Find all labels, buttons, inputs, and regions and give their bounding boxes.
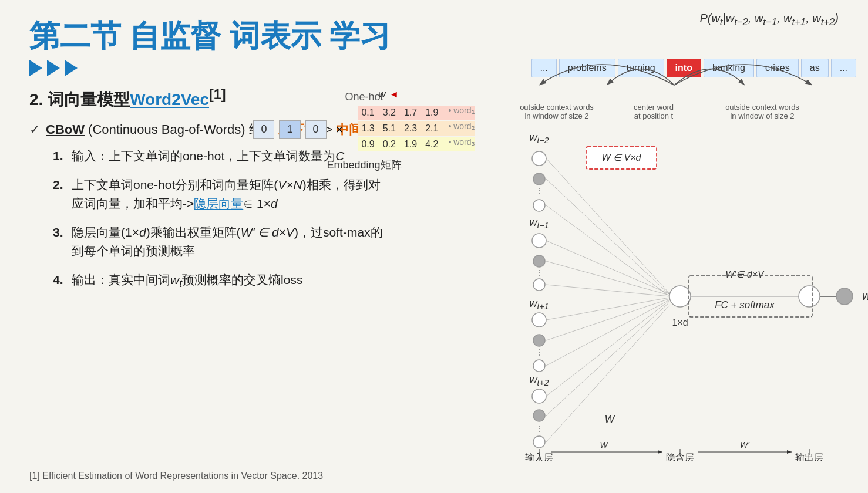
section2-text: 2. 词向量模型: [29, 91, 130, 109]
svg-point-1: [532, 151, 546, 166]
matrix-row-2: 1.3 5.1 2.3 2.1 • word₂: [358, 121, 475, 136]
matrix-row-3: 0.9 0.2 1.9 4.2 • word₃: [358, 137, 475, 151]
title-part1: 第二节 自监督: [29, 19, 221, 53]
list-text-4: 输出：真实中间词wt预测概率的交叉熵loss: [72, 271, 302, 291]
svg-point-22: [799, 286, 820, 307]
nn-diagram-svg: wt−2 ⋮ wt−1 ⋮ wt+1 ⋮ wt+2 ⋮ wt: [492, 126, 868, 461]
one-hot-row: 0 1 0 × w ◄ 0.1 3.2 1.7: [235, 106, 493, 153]
svg-text:⋮: ⋮: [535, 186, 543, 195]
arrow-icon-2: [47, 60, 60, 76]
context-center: center wordat position t: [621, 103, 686, 120]
svg-point-6: [532, 234, 546, 248]
svg-line-26: [546, 179, 669, 295]
list-num-4: 4.: [53, 271, 66, 289]
curved-arrows-svg: [492, 56, 856, 91]
prob-formula-text: P(wt|wt−2, wt−1, wt+1, wt+2): [699, 12, 839, 25]
svg-text:⋮: ⋮: [535, 424, 543, 433]
svg-text:W ∈ V×d: W ∈ V×d: [602, 153, 642, 163]
list-text-2: 上下文单词one-hot分别和词向量矩阵(V×N)相乘，得到对应词向量，加和平均…: [72, 175, 381, 212]
svg-text:W: W: [605, 413, 616, 425]
arrow-icon-3: [65, 60, 78, 76]
list-text-3: 隐层向量(1×d)乘输出权重矩阵(W' ∈ d×V)，过soft-max的到每个…: [72, 223, 383, 260]
svg-point-15: [533, 360, 545, 372]
one-hot-0: 0: [253, 120, 274, 139]
svg-point-23: [836, 288, 853, 305]
svg-point-10: [533, 279, 545, 291]
svg-point-20: [533, 436, 545, 448]
footnote: [1] Efficient Estimation of Word Represe…: [29, 471, 323, 481]
word2vec-link[interactable]: Word2Vec: [130, 91, 209, 109]
w-label: w: [378, 88, 386, 100]
svg-line-25: [546, 158, 669, 293]
title-part2: 词表示 学习: [230, 19, 391, 53]
matrix-wrapper: w ◄ 0.1 3.2 1.7 1.9 • word₁ 1.: [352, 106, 475, 153]
section2-sup: [1]: [209, 87, 226, 102]
svg-line-29: [546, 261, 669, 295]
svg-point-8: [533, 255, 545, 267]
one-hot-label: One-hot: [235, 91, 493, 103]
svg-line-28: [546, 241, 669, 294]
svg-line-30: [546, 285, 669, 296]
svg-text:wt−2: wt−2: [530, 131, 549, 145]
slide: 第二节 自监督 词表示 学习 2. 词向量模型Word2Vec[1] ✓ CBo…: [0, 0, 868, 493]
svg-text:⋮: ⋮: [535, 347, 543, 357]
list-num-2: 2.: [53, 175, 66, 194]
checkmark-icon: ✓: [29, 122, 40, 137]
svg-text:FC + softmax: FC + softmax: [715, 299, 775, 310]
svg-text:W': W': [740, 440, 750, 450]
svg-text:wt+2: wt+2: [530, 374, 549, 387]
svg-text:wt: wt: [862, 289, 868, 304]
one-hot-1: 1: [279, 120, 300, 139]
svg-point-3: [533, 173, 545, 185]
svg-point-5: [533, 200, 545, 211]
embedding-label: Embedding矩阵: [235, 158, 493, 172]
svg-point-13: [533, 335, 545, 346]
svg-point-16: [532, 389, 546, 403]
svg-point-21: [669, 286, 691, 307]
svg-text:wt+1: wt+1: [530, 298, 549, 311]
one-hot-2: 0: [305, 120, 327, 139]
dashed-line: [402, 94, 449, 94]
svg-point-11: [532, 313, 546, 327]
embedding-section: One-hot 0 1 0 × w ◄ 0.1 3.2: [235, 91, 493, 177]
cbow-label: CBoW: [46, 122, 85, 137]
svg-text:1×d: 1×d: [672, 318, 688, 327]
svg-line-31: [546, 298, 669, 320]
w-label-row: w ◄: [378, 88, 449, 100]
svg-text:W'∈ d×V: W'∈ d×V: [725, 269, 765, 279]
svg-line-33: [546, 300, 669, 366]
multiply-sign: ×: [336, 122, 344, 137]
matrix-row-1: 0.1 3.2 1.7 1.9 • word₁: [358, 106, 475, 120]
list-num-3: 3.: [53, 223, 66, 242]
svg-line-32: [546, 299, 669, 340]
prob-formula: P(wt|wt−2, wt−1, wt+1, wt+2): [699, 12, 839, 28]
w-arrow-icon: ◄: [389, 89, 399, 100]
svg-line-34: [546, 300, 669, 396]
arrow-icon-1: [29, 60, 42, 76]
svg-line-35: [546, 302, 669, 416]
svg-text:wt−1: wt−1: [530, 217, 549, 230]
context-labels: outside context wordsin window of size 2…: [492, 103, 856, 120]
svg-text:⋮: ⋮: [535, 268, 543, 278]
context-outside-right: outside context wordsin window of size 2: [698, 103, 827, 120]
svg-point-18: [533, 410, 545, 421]
matrix-container: 0.1 3.2 1.7 1.9 • word₁ 1.3 5.1 2.3 2.1 …: [358, 106, 475, 151]
context-outside-left: outside context wordsin window of size 2: [492, 103, 621, 120]
svg-text:W: W: [600, 440, 608, 450]
list-num-1: 1.: [53, 147, 66, 166]
svg-line-27: [546, 205, 669, 296]
